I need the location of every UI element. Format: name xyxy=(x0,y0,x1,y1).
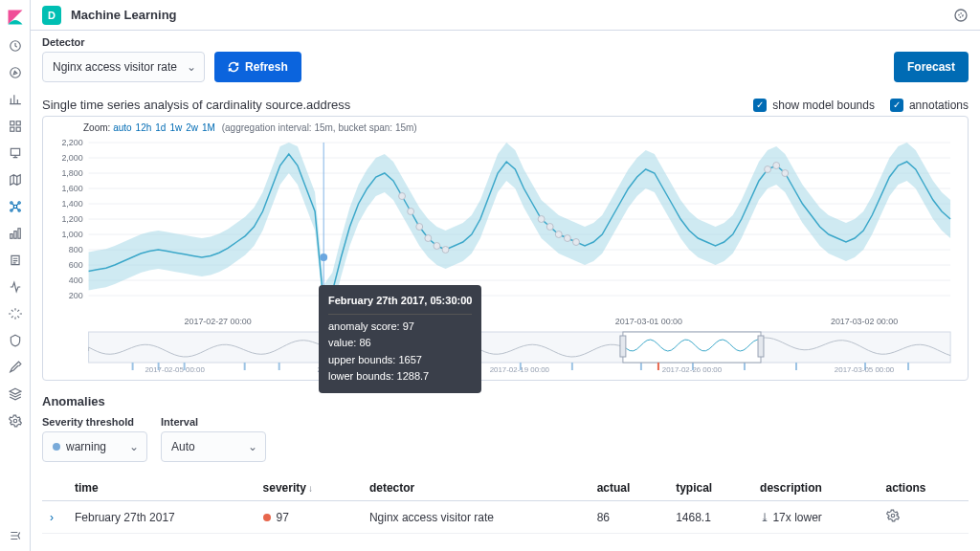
svg-rect-82 xyxy=(758,336,764,357)
gear-icon[interactable] xyxy=(886,512,900,525)
svg-point-52 xyxy=(555,231,562,238)
chevron-down-icon: ⌄ xyxy=(248,440,257,453)
svg-rect-73 xyxy=(640,363,642,370)
zoom-label: Zoom: xyxy=(83,122,110,133)
nav-discover-icon[interactable] xyxy=(8,65,23,80)
nav-siem-icon[interactable] xyxy=(8,333,23,348)
svg-rect-6 xyxy=(11,148,19,155)
severity-value: warning xyxy=(66,440,106,453)
nav-stack-icon[interactable] xyxy=(8,386,23,402)
cell-detector: Nginx access visitor rate xyxy=(362,501,590,534)
svg-point-10 xyxy=(10,209,11,211)
svg-text:800: 800 xyxy=(69,245,83,254)
interval-label: Interval xyxy=(161,416,266,428)
col-detector[interactable]: detector xyxy=(362,475,590,501)
cell-actual: 86 xyxy=(590,501,669,534)
col-description[interactable]: description xyxy=(752,475,878,501)
nav-ml-icon[interactable] xyxy=(8,199,23,214)
chevron-down-icon: ⌄ xyxy=(187,60,196,74)
svg-text:1,200: 1,200 xyxy=(61,214,82,224)
col-actions: actions xyxy=(879,475,969,501)
severity-select[interactable]: warning ⌄ xyxy=(42,431,147,462)
svg-point-47 xyxy=(425,235,432,242)
svg-point-45 xyxy=(408,209,414,215)
nav-uptime-icon[interactable] xyxy=(8,306,23,321)
aggregation-note: (aggregation interval: 15m, bucket span:… xyxy=(222,122,417,133)
svg-rect-76 xyxy=(795,363,797,370)
svg-rect-78 xyxy=(907,363,909,370)
cell-severity: 97 xyxy=(256,501,362,534)
col-typical[interactable]: typical xyxy=(668,475,752,501)
svg-text:200: 200 xyxy=(69,291,83,300)
detector-select[interactable]: Nginx access visitor rate ⌄ xyxy=(42,52,205,82)
zoom-option[interactable]: auto xyxy=(113,122,131,133)
svg-rect-2 xyxy=(10,121,13,125)
context-chart[interactable]: 2017-02-05 00:002017-02-12 00:002017-02-… xyxy=(51,330,960,374)
forecast-button[interactable]: Forecast xyxy=(894,52,969,82)
zoom-option[interactable]: 2w xyxy=(186,122,198,133)
tooltip-title: February 27th 2017, 05:30:00 xyxy=(328,293,472,315)
interval-select[interactable]: Auto ⌄ xyxy=(161,431,266,462)
detector-select-value: Nginx access visitor rate xyxy=(53,60,177,74)
tooltip-anomaly-score: anomaly score: 97 xyxy=(328,319,472,336)
forecast-label: Forecast xyxy=(907,60,955,74)
chart-panel: Zoom: auto12h1d1w2w1M (aggregation inter… xyxy=(42,116,969,381)
svg-rect-13 xyxy=(13,231,15,239)
svg-rect-63 xyxy=(132,363,134,370)
severity-threshold-label: Severity threshold xyxy=(42,416,147,428)
nav-visualize-icon[interactable] xyxy=(8,92,23,107)
col-severity[interactable]: severity↓ xyxy=(256,475,362,501)
nav-apm-icon[interactable] xyxy=(8,279,23,295)
expand-row-icon[interactable]: › xyxy=(50,511,59,524)
sort-desc-icon: ↓ xyxy=(308,483,313,494)
show-model-bounds-checkbox[interactable]: ✓show model bounds xyxy=(753,99,875,112)
help-icon[interactable] xyxy=(953,8,969,23)
nav-recent-icon[interactable] xyxy=(8,38,23,54)
cell-typical: 1468.1 xyxy=(668,501,752,534)
svg-rect-80 xyxy=(657,363,659,370)
nav-canvas-icon[interactable] xyxy=(8,145,23,161)
svg-point-46 xyxy=(416,224,423,231)
nav-logs-icon[interactable] xyxy=(8,253,23,268)
severity-dot-icon xyxy=(53,443,60,451)
annotations-checkbox[interactable]: ✓annotations xyxy=(890,99,969,112)
svg-text:600: 600 xyxy=(69,260,83,270)
refresh-button[interactable]: Refresh xyxy=(214,52,301,82)
kibana-logo-icon[interactable] xyxy=(6,8,25,27)
tooltip-value: value: 86 xyxy=(328,335,472,352)
svg-point-57 xyxy=(782,170,789,177)
page-title: Machine Learning xyxy=(71,8,177,22)
nav-management-icon[interactable] xyxy=(8,413,23,429)
svg-text:2,200: 2,200 xyxy=(61,138,82,147)
svg-point-55 xyxy=(765,166,771,173)
svg-point-56 xyxy=(773,163,780,169)
svg-rect-81 xyxy=(620,336,626,357)
nav-maps-icon[interactable] xyxy=(8,172,23,187)
nav-devtools-icon[interactable] xyxy=(8,360,23,375)
zoom-option[interactable]: 12h xyxy=(136,122,152,133)
cell-description: ⤓ 17x lower xyxy=(752,501,878,534)
svg-text:2,000: 2,000 xyxy=(61,153,82,163)
col-actual[interactable]: actual xyxy=(590,475,669,501)
svg-text:2017-02-19 00:00: 2017-02-19 00:00 xyxy=(490,365,550,374)
detector-label: Detector xyxy=(42,36,205,48)
svg-rect-67 xyxy=(278,363,280,370)
zoom-option[interactable]: 1w xyxy=(169,122,182,133)
main-chart[interactable]: 2004006008001,0001,2001,4001,6001,8002,0… xyxy=(51,137,960,328)
zoom-option[interactable]: 1d xyxy=(155,122,166,133)
svg-text:2017-02-05 00:00: 2017-02-05 00:00 xyxy=(145,365,205,374)
svg-rect-66 xyxy=(244,363,246,370)
svg-rect-75 xyxy=(744,363,746,370)
svg-text:1,000: 1,000 xyxy=(61,230,82,239)
severity-critical-icon xyxy=(263,514,271,521)
interval-value: Auto xyxy=(171,440,195,453)
col-time[interactable]: time xyxy=(67,475,256,501)
nav-metrics-icon[interactable] xyxy=(8,226,23,241)
app-badge: D xyxy=(42,6,61,25)
anomalies-table: time severity↓ detector actual typical d… xyxy=(42,475,969,534)
nav-expand-icon[interactable] xyxy=(8,528,23,543)
legend-bounds-label: show model bounds xyxy=(772,99,875,112)
nav-dashboard-icon[interactable] xyxy=(8,119,23,134)
zoom-option[interactable]: 1M xyxy=(202,122,215,133)
zoom-controls: Zoom: auto12h1d1w2w1M (aggregation inter… xyxy=(51,121,960,137)
